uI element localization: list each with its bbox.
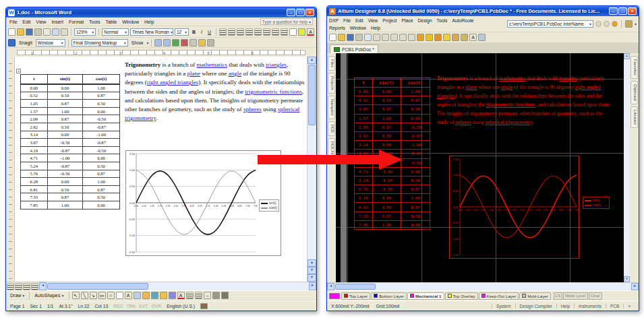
forward-icon[interactable] <box>604 21 610 27</box>
bold-button[interactable]: B <box>190 28 198 36</box>
justify-icon[interactable] <box>245 28 253 36</box>
redo-icon[interactable] <box>408 34 415 41</box>
arrow-icon[interactable]: ↘ <box>90 292 97 299</box>
statusbar-menu-button[interactable]: System <box>492 304 515 309</box>
borders-icon[interactable] <box>289 28 297 36</box>
save-icon[interactable] <box>347 34 354 41</box>
maximize-button[interactable]: □ <box>618 7 627 15</box>
undo-icon[interactable] <box>399 34 407 41</box>
scroll-up-icon[interactable]: ▲ <box>308 57 316 64</box>
font-color-2-icon[interactable]: A <box>177 292 185 299</box>
previous-change-icon[interactable] <box>154 39 162 46</box>
layer-tab[interactable]: Mechanical 1 <box>407 292 444 300</box>
altium-horizontal-scrollbar[interactable]: ◄ ► <box>327 282 639 290</box>
menu-item[interactable]: Format <box>69 20 84 24</box>
menu-item[interactable]: Edit <box>355 18 363 23</box>
previous-page-icon[interactable]: ▲ <box>308 259 316 267</box>
dash-style-icon[interactable] <box>195 292 202 299</box>
numbering-icon[interactable] <box>254 28 262 36</box>
undo-icon[interactable] <box>52 28 59 36</box>
menu-item[interactable]: Design <box>417 18 432 23</box>
outline-view-icon[interactable] <box>31 283 38 290</box>
hyperlink[interactable]: angle <box>229 70 242 77</box>
panel-tab[interactable]: Projects <box>328 73 335 94</box>
menu-item[interactable]: Help <box>371 26 380 30</box>
reject-change-icon[interactable] <box>181 39 188 46</box>
rectangle-icon[interactable]: ▭ <box>98 292 106 299</box>
panel-tab[interactable]: Libraries <box>631 106 638 128</box>
menu-item[interactable]: Table <box>105 20 117 24</box>
layer-tab[interactable]: Top Overlay <box>445 292 478 300</box>
menu-item[interactable]: Window <box>122 20 139 24</box>
menu-item[interactable]: AutoRoute <box>452 18 473 23</box>
place-via-icon[interactable] <box>434 34 442 41</box>
menu-item[interactable]: Window <box>350 26 366 30</box>
scroll-up-icon[interactable]: ▲ <box>624 53 630 59</box>
menu-item[interactable]: Project <box>382 18 397 23</box>
font-color-icon[interactable]: A <box>307 28 314 36</box>
panel-tab[interactable]: PCB <box>328 121 335 136</box>
layer-tab[interactable]: Keep-Out Layer <box>479 292 519 300</box>
word-horizontal-scrollbar[interactable]: ◄ ► <box>6 282 316 290</box>
hyperlink[interactable]: spheres <box>243 106 262 112</box>
menu-item[interactable]: Reports <box>329 26 345 30</box>
accept-change-icon[interactable] <box>172 39 179 46</box>
layer-control-button[interactable]: Mask Level <box>563 292 587 300</box>
hyperlink[interactable]: mathematics <box>197 61 227 68</box>
bullets-icon[interactable] <box>263 28 270 36</box>
canvas-vertical-scrollbar[interactable]: ▲ ▼ <box>624 53 630 282</box>
workspace-icon[interactable] <box>625 20 633 28</box>
hyperlink[interactable]: angle <box>501 84 513 90</box>
new-icon[interactable] <box>329 34 336 41</box>
line-color-icon[interactable] <box>169 292 176 299</box>
statusbar-menu-button[interactable]: Instruments <box>574 304 606 309</box>
menu-item[interactable]: View <box>368 18 378 23</box>
hyperlink[interactable]: plane <box>187 70 200 77</box>
table-move-handle[interactable]: + <box>16 69 21 73</box>
status-indicator[interactable]: OVR <box>151 304 161 309</box>
menu-item[interactable]: File <box>343 18 351 23</box>
place-polygon-icon[interactable] <box>461 34 468 41</box>
hyperlink[interactable]: spheres <box>455 119 471 125</box>
shadow-style-icon[interactable] <box>212 292 220 299</box>
show-button[interactable]: Show <box>129 39 146 46</box>
statusbar-menu-button[interactable]: Help <box>556 304 574 309</box>
3d-style-icon[interactable] <box>221 292 229 299</box>
line-style-icon[interactable] <box>186 292 194 299</box>
reviewing-pane-icon[interactable] <box>207 39 214 46</box>
menu-item[interactable]: Place <box>401 18 413 23</box>
oval-icon[interactable]: ○ <box>107 292 115 299</box>
panel-tab[interactable]: Clipboard <box>631 81 638 104</box>
align-right-icon[interactable] <box>237 28 244 36</box>
hyperlink[interactable]: triangles <box>266 61 287 68</box>
tab-pcb1-pcbdoc[interactable]: PCB1.PcbDoc * <box>330 44 378 53</box>
close-button[interactable]: × <box>628 7 637 15</box>
status-indicator[interactable]: REC <box>113 304 123 309</box>
cut-icon[interactable] <box>373 34 380 41</box>
scroll-right-icon[interactable]: ► <box>309 282 316 290</box>
open-icon[interactable] <box>17 28 24 36</box>
font-combo[interactable]: Times New Roman ▾ <box>130 28 173 36</box>
vertical-scroll-thumb[interactable] <box>308 65 316 125</box>
hyperlink[interactable]: triangles <box>559 75 577 82</box>
statusbar-menu-button[interactable]: PCB <box>606 304 623 309</box>
scroll-down-icon[interactable]: ▼ <box>624 276 630 282</box>
layer-control-button[interactable]: Clear <box>589 292 602 300</box>
hyperlink[interactable]: trigonometric functions <box>486 102 535 108</box>
hyperlink[interactable]: spherical trigonometry <box>485 119 532 125</box>
place-string-icon[interactable]: A <box>469 34 477 41</box>
picture-icon[interactable] <box>151 292 158 299</box>
statusbar-menu-button[interactable]: Design Compiler <box>515 304 556 309</box>
hyperlink[interactable]: mathematics <box>499 75 525 82</box>
minimize-button[interactable]: – <box>287 9 295 16</box>
print-preview-icon[interactable] <box>43 28 51 36</box>
hyperlink[interactable]: plane <box>465 84 477 90</box>
wordart-icon[interactable]: A <box>125 292 132 299</box>
document-path-combo[interactable]: c:\veryTemp\PCB1.PcbDoc InterName ▾ <box>507 20 593 28</box>
decrease-indent-icon[interactable] <box>272 28 279 36</box>
print-icon[interactable] <box>355 34 363 41</box>
menu-item[interactable]: Edit <box>22 20 30 24</box>
layer-tab[interactable]: Top Layer <box>341 292 370 300</box>
fill-color-icon[interactable] <box>160 292 167 299</box>
clip-art-icon[interactable] <box>142 292 150 299</box>
